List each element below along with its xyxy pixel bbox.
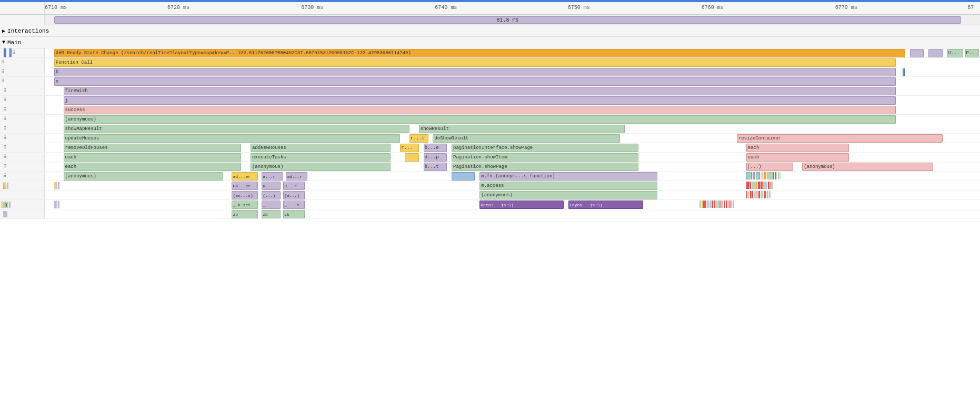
flame-block-dots[interactable]: (...) — [262, 191, 281, 199]
flame-block-resizecontainer[interactable]: resizeContainer — [737, 134, 943, 143]
flame-block-j[interactable]: j — [64, 96, 896, 105]
flame-block-be[interactable]: b...e — [424, 144, 447, 152]
flame-block-dots-anon[interactable]: (...) — [746, 163, 793, 171]
flame-row-success: ⠿ success — [0, 105, 980, 115]
interactions-section-label: Interactions — [7, 28, 49, 34]
tick-6740: 6740 ms — [435, 5, 457, 11]
flame-row-updatehouses: ⠿ updateHouses r...t doShowResult resize… — [0, 134, 980, 143]
flame-block-x[interactable]: x — [54, 77, 896, 86]
flame-block-kset[interactable]: _.k.set — [232, 200, 258, 209]
flame-block-bt[interactable]: b...t — [424, 163, 447, 171]
flame-block-underscore-t[interactable]: _....t — [283, 200, 305, 209]
flame-block-success[interactable]: success — [64, 106, 896, 114]
main-section-label: Main — [7, 39, 21, 46]
flame-row-each2: ⠿ each (anonymous) b...t Pagination.show… — [0, 162, 980, 172]
flame-block-each-r1[interactable]: each — [746, 144, 849, 152]
flame-block-r-dot[interactable]: r... — [400, 144, 419, 152]
flame-row-function-call: ⠿ Function Call — [0, 58, 980, 67]
flame-block-executetasks[interactable]: executeTasks — [251, 153, 391, 162]
flame-row-showmapresult: ⠿ showMapResult showResult — [0, 124, 980, 134]
flame-block-pagination-showitem[interactable]: Pagination.showItem — [452, 153, 638, 162]
flame-block-each2[interactable]: each — [64, 163, 242, 171]
flame-block-yellow-small[interactable] — [405, 153, 419, 162]
flame-row-anon0: ⠿ (anonymous) — [0, 115, 980, 124]
flame-block-anon-exec[interactable]: (anonymous) — [251, 163, 391, 171]
flame-block-blue[interactable] — [452, 172, 475, 181]
flame-row-zb: zb zb zb — [0, 209, 980, 219]
flame-block-addr[interactable]: ad...r — [286, 172, 307, 181]
main-arrow-icon: ▼ — [2, 39, 5, 45]
flame-block-hr[interactable]: H...r — [283, 182, 305, 190]
flame-block-zb2[interactable]: zb — [262, 210, 281, 218]
flame-block-xhr-p3[interactable]: P... — [965, 49, 979, 57]
flame-block-xhr-p2[interactable] — [928, 49, 943, 57]
interactions-arrow-icon: ▶ — [2, 28, 5, 34]
flame-block-zb3[interactable]: zb — [283, 210, 305, 218]
flame-block-showmapresult[interactable]: showMapResult — [64, 125, 409, 133]
flame-block-updatehouses[interactable]: updateHouses — [64, 134, 401, 143]
timeline-header: 6710 ms 6720 ms 6730 ms 6740 ms 6750 ms … — [0, 2, 980, 15]
flame-block-each-r2[interactable]: each — [746, 153, 849, 162]
flame-block-anon2[interactable]: (anonymous) — [64, 172, 223, 181]
flame-block-rt[interactable]: r...t — [409, 134, 428, 143]
flame-block-layoutjs[interactable]: Layou...js:5) — [568, 200, 643, 209]
flame-block-ader[interactable]: ad...er — [232, 172, 258, 181]
flame-block-anon-r[interactable]: (anonymous) — [802, 163, 933, 171]
flame-block-pagination-showpage[interactable]: Pagination.showPage — [452, 163, 638, 171]
flame-block-ar[interactable]: a...r — [262, 172, 283, 181]
flame-block-underscore[interactable]: _... — [262, 200, 281, 209]
flame-row-x: ⠿ x — [0, 77, 980, 86]
flame-row-b: ⠿ b — [0, 67, 980, 77]
tick-6730: 6730 ms — [301, 5, 323, 11]
flame-row-anon2: ⠿ (anonymous) ad...er a...r ad...r m.fn.… — [0, 172, 980, 181]
flame-block-xhr-p1[interactable] — [910, 49, 924, 57]
interaction-bar-label: 81.8 ms — [497, 17, 519, 23]
flame-row-each1: ⠿ each executeTasks d...p Pagination.sho… — [0, 153, 980, 162]
tick-6750: 6750 ms — [568, 5, 590, 11]
flame-block-hoer[interactable]: Ho...er — [232, 182, 258, 190]
flame-block-b[interactable]: b — [54, 68, 896, 76]
flame-block-function-call[interactable]: Function Call — [54, 58, 896, 67]
flame-block-addnewhouses[interactable]: addNewHouses — [251, 144, 391, 152]
flame-block-anon-green[interactable]: (anonymous) — [479, 191, 657, 199]
flame-block-anon0[interactable]: (anonymous) — [64, 115, 896, 124]
main-section-header[interactable]: ▼ Main — [0, 37, 980, 48]
tick-6770: 6770 ms — [835, 5, 857, 11]
flame-row-xhr: ▐ ▐ ⠿ XHR Ready State Change (/search/re… — [0, 48, 980, 58]
flame-block-xhr[interactable]: XHR Ready State Change (/search/realTime… — [54, 49, 905, 57]
tick-6760: 6760 ms — [702, 5, 724, 11]
flame-block-removeoldhouses[interactable]: removeOldHouses — [64, 144, 242, 152]
interaction-timing-row: 81.8 ms — [0, 15, 980, 25]
flame-block-h[interactable]: H... — [262, 182, 281, 190]
flame-row-j: ⠿ j — [0, 96, 980, 105]
flame-block-zb1[interactable]: zb — [232, 210, 258, 218]
flame-block-adots[interactable]: (a...) — [283, 191, 305, 199]
flame-row-removeoldhouses: ⠿ removeOldHouses addNewHouses r... b...… — [0, 143, 980, 153]
flame-block-firewith[interactable]: fireWith — [64, 87, 896, 95]
flame-block-each1[interactable]: each — [64, 153, 242, 162]
flame-block-mfn[interactable]: m.fn.(anonym...s function) — [479, 172, 657, 181]
flame-block-showresult[interactable]: showResult — [419, 125, 625, 133]
flame-block-dp[interactable]: d...p — [424, 153, 447, 162]
flame-row-firewith: ⠿ fireWith — [0, 86, 980, 96]
flame-row-hoer: Ho...er H... H...r m.access — [0, 181, 980, 191]
flame-row-q: Q _.k.set _... _....t Recal...js:5) Layo… — [0, 200, 980, 209]
tick-6710: 6710 ms — [45, 5, 67, 11]
interactions-section-header[interactable]: ▶ Interactions — [0, 25, 980, 37]
interaction-bar-fill: 81.8 ms — [54, 16, 962, 24]
tick-67: 67 — [967, 5, 974, 11]
flame-block-recaljs[interactable]: Recal...js:5) — [479, 200, 564, 209]
tick-6720: 6720 ms — [167, 5, 189, 11]
flame-block-ans[interactable]: (an...s) — [232, 191, 258, 199]
flame-block-maccess[interactable]: m.access — [479, 182, 657, 190]
flame-block-doshowresult[interactable]: doShowResult — [433, 134, 619, 143]
flame-block-pagination-showpage[interactable]: paginationInterface.showPage — [452, 144, 638, 152]
flame-block-xhr-u[interactable]: U... — [947, 49, 963, 57]
flame-row-anons: (an...s) (...) (a...) (anonymous) — [0, 191, 980, 200]
